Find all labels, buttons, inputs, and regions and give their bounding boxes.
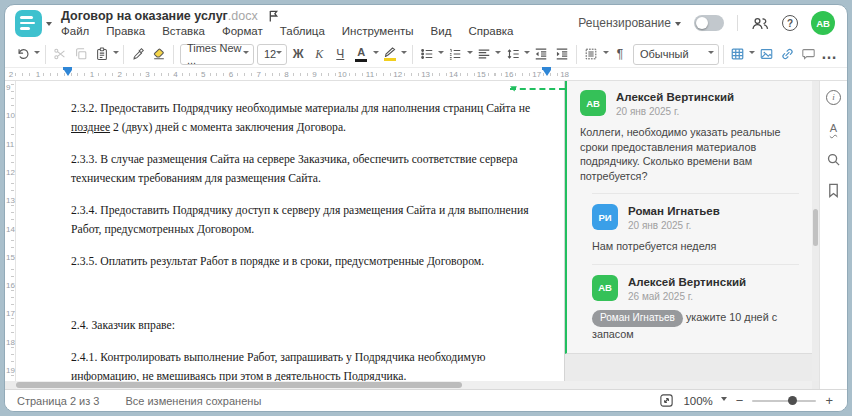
zoom-in-button[interactable]: + — [825, 394, 833, 407]
zoom-slider[interactable] — [752, 400, 816, 402]
cut-button[interactable] — [50, 44, 70, 65]
highlight-color-button[interactable] — [380, 44, 400, 65]
insert-table-button[interactable] — [727, 44, 747, 65]
search-icon[interactable] — [825, 150, 843, 168]
editor-area: 91011121314151617181920 2.3.2. Предостав… — [5, 81, 847, 389]
underline-button[interactable]: Ч — [330, 44, 350, 65]
left-indent-marker[interactable] — [64, 70, 72, 80]
ruler-number: 8 — [283, 70, 289, 79]
app-logo-icon[interactable] — [15, 10, 42, 37]
italic-button[interactable]: К — [309, 44, 329, 65]
ruler-number: 18 — [6, 338, 15, 347]
page-indicator[interactable]: Страница 2 из 3 — [17, 395, 99, 407]
paste-caret[interactable] — [113, 51, 120, 57]
zoom-out-button[interactable]: − — [736, 394, 744, 407]
user-avatar[interactable]: АВ — [811, 11, 835, 35]
font-name-select[interactable]: Times New ... — [180, 44, 254, 65]
bookmark-icon[interactable] — [825, 181, 843, 199]
align-button[interactable] — [474, 44, 494, 65]
nonprinting-chars-button[interactable]: ¶ — [610, 44, 630, 65]
insert-image-button[interactable] — [756, 44, 776, 65]
mention-pill[interactable]: Роман Игнатьев — [592, 310, 683, 328]
fit-width-button[interactable] — [659, 393, 674, 408]
toolbar: Times New ... 12 Ж К Ч А — [5, 41, 847, 68]
line-spacing-caret[interactable] — [524, 51, 531, 57]
decrease-indent-button[interactable] — [531, 44, 551, 65]
menu-item[interactable]: Вид — [431, 25, 452, 37]
menu-item[interactable]: Файл — [61, 25, 89, 37]
ruler-number: 13 — [6, 196, 15, 205]
info-icon[interactable]: i — [825, 88, 843, 106]
increase-indent-button[interactable] — [552, 44, 572, 65]
zoom-slider-handle[interactable] — [788, 396, 797, 405]
align-caret[interactable] — [495, 51, 502, 57]
zoom-level-select[interactable]: 100% — [683, 395, 726, 407]
ruler-number: 9 — [6, 83, 10, 92]
flag-icon[interactable] — [268, 10, 279, 22]
format-painter-button[interactable] — [128, 44, 148, 65]
paragraph-settings-caret[interactable] — [602, 51, 609, 57]
document-title: Договор на оказание услуг — [61, 9, 228, 23]
divider — [737, 15, 738, 31]
ruler-number: 15 — [476, 70, 487, 79]
paragraph-style-select[interactable]: Обычный — [633, 44, 719, 65]
menu-item[interactable]: Справка — [468, 25, 513, 37]
more-tools-button[interactable]: … — [819, 44, 839, 65]
logo-caret-icon[interactable] — [46, 22, 52, 29]
insert-table-caret[interactable] — [748, 51, 755, 57]
undo-caret[interactable] — [34, 51, 41, 57]
vertical-ruler[interactable]: 91011121314151617181920 — [5, 81, 16, 381]
vertical-scrollbar-thumb[interactable] — [813, 209, 818, 246]
ruler-number: 2 — [8, 70, 14, 79]
ruler-number: 9 — [311, 70, 317, 79]
spellcheck-icon[interactable]: А — [825, 119, 843, 137]
paragraph: 2.3.5. Оплатить результат Работ в порядк… — [71, 252, 535, 271]
font-color-button[interactable]: А — [351, 44, 371, 65]
clear-style-button[interactable] — [149, 44, 169, 65]
comment-date: 20 янв 2025 г. — [616, 106, 734, 117]
review-toggle[interactable] — [694, 15, 724, 31]
highlight-caret[interactable] — [401, 51, 408, 57]
comment-meta: Алексей Вертинский20 янв 2025 г. — [616, 90, 734, 117]
undo-button[interactable] — [13, 44, 33, 65]
review-mode-button[interactable]: Рецензирование — [578, 16, 681, 30]
bullet-list-caret[interactable] — [438, 51, 445, 57]
font-color-glyph: А — [357, 47, 365, 58]
comment-item[interactable]: РИРоман Игнатьев20 янв 2025 г.Нам потреб… — [592, 193, 799, 254]
font-size-select[interactable]: 12 — [257, 44, 287, 65]
ruler-number: 5 — [200, 70, 206, 79]
menu-item[interactable]: Правка — [106, 25, 145, 37]
font-color-caret[interactable] — [372, 51, 379, 57]
help-icon[interactable]: ? — [782, 15, 798, 31]
line-spacing-button[interactable] — [503, 44, 523, 65]
ruler-number: 11 — [6, 140, 14, 149]
collaboration-users-icon[interactable] — [751, 16, 769, 31]
paste-button[interactable] — [92, 44, 112, 65]
comment-item[interactable]: АВАлексей Вертинский26 май 2025 г.Роман … — [592, 264, 799, 342]
vertical-scrollbar[interactable] — [812, 81, 819, 381]
ruler-number: 4 — [172, 70, 178, 79]
bullet-list-button[interactable] — [417, 44, 437, 65]
numbered-list-caret[interactable] — [466, 51, 473, 57]
numbered-list-button[interactable] — [445, 44, 465, 65]
horizontal-ruler[interactable]: 21123456789101112131415161718 — [5, 68, 847, 81]
menu-item[interactable]: Вставка — [162, 25, 205, 37]
comment-item[interactable]: АВАлексей Вертинский20 янв 2025 г.Коллег… — [580, 90, 799, 183]
right-indent-marker[interactable] — [543, 70, 551, 80]
underlined-text: позднее — [71, 121, 110, 134]
ruler-number: 11 — [365, 70, 375, 79]
insert-link-button[interactable] — [777, 44, 797, 65]
horizontal-scrollbar[interactable] — [16, 381, 812, 389]
menu-item[interactable]: Таблица — [280, 25, 325, 37]
menu-item[interactable]: Формат — [222, 25, 263, 37]
copy-button[interactable] — [71, 44, 91, 65]
comment-button[interactable] — [798, 44, 818, 65]
document-page[interactable]: 2.3.2. Предоставить Подрядчику необходим… — [16, 81, 565, 381]
menu-item[interactable]: Инструменты — [342, 25, 414, 37]
menu-bar: ФайлПравкаВставкаФорматТаблицаИнструмент… — [61, 25, 514, 37]
horizontal-scrollbar-thumb[interactable] — [16, 382, 462, 388]
ruler-number: 3 — [144, 70, 150, 79]
divider — [412, 45, 413, 64]
paragraph-settings-button[interactable] — [581, 44, 601, 65]
bold-button[interactable]: Ж — [288, 44, 308, 65]
